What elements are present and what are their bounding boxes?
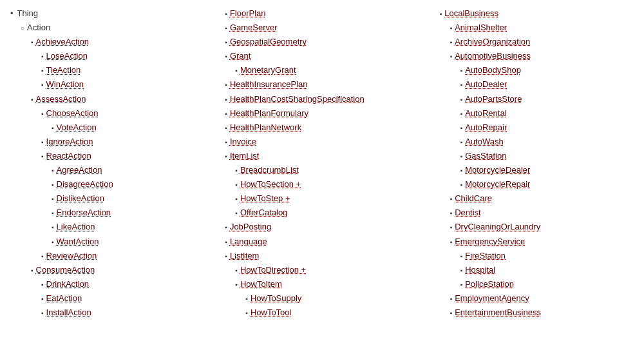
tree-link[interactable]: EatAction (46, 293, 82, 303)
tree-link[interactable]: Dentist (455, 208, 480, 217)
tree-link[interactable]: FloorPlan (230, 8, 266, 18)
list-item: ▪AutoBodyShop (440, 63, 644, 77)
bullet-filled: ▪ (225, 96, 227, 103)
list-item: ▪HowToTool (225, 306, 433, 320)
tree-link[interactable]: PoliceStation (465, 279, 514, 289)
tree-link[interactable]: IgnoreAction (46, 137, 93, 146)
list-item: ▪ItemList (225, 149, 433, 163)
bullet-filled: ▪ (52, 167, 54, 174)
col-1: •Thing○Action▪AchieveAction▪LoseAction▪T… (10, 6, 225, 320)
tree-link[interactable]: HealthPlanCostSharingSpecification (230, 94, 365, 104)
bullet-filled: ▪ (41, 81, 44, 88)
tree-link[interactable]: ArchiveOrganization (455, 37, 530, 46)
tree-link[interactable]: Grant (230, 51, 251, 61)
tree-link[interactable]: HealthInsurancePlan (230, 79, 308, 89)
tree-link[interactable]: AnimalShelter (455, 23, 507, 32)
tree-link[interactable]: Hospital (465, 265, 495, 275)
list-item: ▪MotorcycleDealer (440, 163, 644, 177)
tree-link[interactable]: AutoWash (465, 137, 504, 146)
tree-link[interactable]: HealthPlanNetwork (230, 122, 301, 132)
tree-link[interactable]: BreadcrumbList (240, 165, 299, 175)
tree-link[interactable]: FireStation (465, 251, 506, 260)
list-item: ▪BreadcrumbList (225, 163, 433, 177)
tree-link[interactable]: HowToItem (240, 279, 282, 289)
tree-link[interactable]: InstallAction (46, 307, 91, 317)
tree-link[interactable]: HowToStep + (240, 193, 290, 203)
bullet-filled: ▪ (450, 224, 453, 231)
list-item: ▪HealthPlanCostSharingSpecification (225, 92, 433, 106)
tree-link[interactable]: LoseAction (46, 51, 88, 61)
tree-link[interactable]: ReviewAction (46, 251, 97, 260)
tree-link[interactable]: AchieveAction (36, 37, 89, 46)
bullet-filled: ▪ (235, 167, 238, 174)
bullet-filled: ▪ (225, 239, 227, 246)
bullet-filled: ▪ (245, 309, 248, 317)
tree-link[interactable]: HowToDirection + (240, 265, 306, 275)
tree-link[interactable]: AutoRepair (465, 122, 507, 132)
tree-link[interactable]: AutomotiveBusiness (455, 51, 531, 61)
tree-link[interactable]: AutoRental (465, 108, 506, 118)
tree-link[interactable]: EmergencyService (455, 237, 525, 246)
list-item: ▪FloorPlan (225, 6, 433, 21)
list-item: ▪ChooseAction (10, 106, 218, 121)
tree-container: •Thing○Action▪AchieveAction▪LoseAction▪T… (10, 6, 644, 320)
list-item: ▪EatAction (10, 291, 218, 306)
tree-link[interactable]: LikeAction (57, 222, 95, 231)
tree-link[interactable]: EmploymentAgency (455, 293, 529, 303)
tree-link[interactable]: DryCleaningOrLaundry (455, 222, 540, 231)
bullet-filled: ▪ (41, 253, 44, 260)
bullet-filled: ▪ (41, 281, 44, 288)
bullet-filled: ▪ (245, 295, 248, 302)
tree-link[interactable]: HowToSupply (251, 293, 302, 303)
bullet-filled: ▪ (460, 110, 463, 117)
tree-link[interactable]: EndorseAction (57, 208, 111, 217)
tree-link[interactable]: OfferCatalog (240, 208, 287, 217)
list-item: ▪AnimalShelter (440, 21, 644, 35)
tree-link[interactable]: GasStation (465, 151, 506, 161)
list-item: ▪AutoPartsStore (440, 92, 644, 106)
tree-link[interactable]: AutoDealer (465, 79, 507, 89)
bullet-filled: ▪ (225, 124, 227, 132)
tree-link[interactable]: HealthPlanFormulary (230, 108, 308, 118)
tree-link[interactable]: WantAction (57, 237, 99, 246)
list-item: ▪ChildCare (440, 191, 644, 206)
tree-link[interactable]: HowToSection + (240, 179, 301, 189)
tree-link[interactable]: LocalBusiness (444, 8, 498, 18)
tree-link[interactable]: Language (230, 237, 267, 246)
tree-link[interactable]: MotorcycleRepair (465, 179, 530, 189)
tree-link[interactable]: AssessAction (36, 94, 86, 104)
tree-link[interactable]: ItemList (230, 151, 260, 161)
tree-link[interactable]: GeospatialGeometry (230, 37, 307, 46)
tree-link[interactable]: DrinkAction (46, 279, 89, 289)
tree-link[interactable]: HowToTool (251, 307, 292, 317)
list-item: ▪DrinkAction (10, 277, 218, 291)
bullet-filled: ▪ (225, 153, 227, 160)
bullet-filled: ▪ (235, 67, 238, 74)
list-item: ▪MotorcycleRepair (440, 177, 644, 191)
list-item: ▪ConsumeAction (10, 263, 218, 277)
tree-link[interactable]: Invoice (230, 137, 256, 146)
tree-link[interactable]: DisagreeAction (57, 179, 113, 189)
list-item: ▪EmergencyService (440, 235, 644, 249)
tree-link[interactable]: ListItem (230, 251, 260, 260)
tree-link[interactable]: DislikeAction (57, 193, 104, 203)
tree-link[interactable]: ConsumeAction (36, 265, 95, 275)
tree-link[interactable]: GameServer (230, 23, 278, 32)
tree-link[interactable]: JobPosting (230, 222, 271, 231)
tree-link[interactable]: AutoPartsStore (465, 94, 522, 104)
tree-link[interactable]: ChooseAction (46, 108, 99, 118)
list-item: •Thing (10, 6, 218, 21)
tree-link[interactable]: AgreeAction (57, 165, 102, 175)
tree-link[interactable]: MotorcycleDealer (465, 165, 530, 175)
tree-link[interactable]: MonetaryGrant (240, 65, 296, 75)
tree-link[interactable]: WinAction (46, 79, 84, 89)
tree-link[interactable]: VoteAction (57, 122, 97, 132)
tree-link[interactable]: AutoBodyShop (465, 65, 521, 75)
bullet-filled: ▪ (235, 181, 238, 188)
tree-link[interactable]: ChildCare (455, 193, 492, 203)
tree-link[interactable]: EntertainmentBusiness (455, 307, 541, 317)
list-item: ▪OfferCatalog (225, 206, 433, 220)
tree-text: Thing (17, 8, 39, 18)
tree-link[interactable]: TieAction (46, 65, 81, 75)
tree-link[interactable]: ReactAction (46, 151, 91, 161)
